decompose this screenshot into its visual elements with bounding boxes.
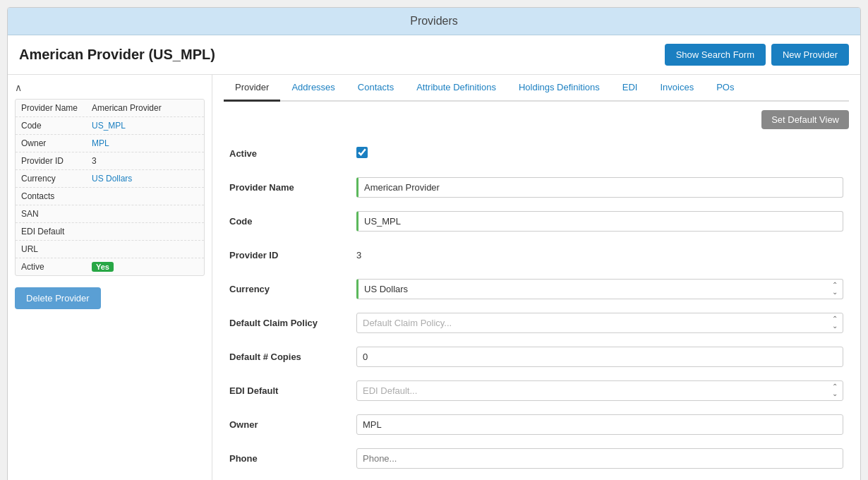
default-claim-policy-select[interactable]: Default Claim Policy... <box>356 313 843 333</box>
form-row-phone: Phone <box>229 445 843 471</box>
form-label-default-copies: Default # Copies <box>229 352 356 362</box>
info-label-provider-name: Provider Name <box>21 103 92 113</box>
form-control-code <box>356 211 843 232</box>
delete-provider-button[interactable]: Delete Provider <box>15 287 101 309</box>
form-control-phone <box>356 448 843 469</box>
info-row-provider-id: Provider ID 3 <box>16 152 204 170</box>
tabs-bar: Provider Addresses Contacts Attribute De… <box>224 75 849 102</box>
tab-edi[interactable]: EDI <box>611 75 649 102</box>
info-row-active: Active Yes <box>16 258 204 275</box>
provider-id-value: 3 <box>356 250 361 260</box>
form-control-owner <box>356 414 843 435</box>
form-control-default-claim-policy: Default Claim Policy... <box>356 313 843 333</box>
form-label-phone: Phone <box>229 453 356 464</box>
form-row-default-copies: Default # Copies <box>229 344 843 369</box>
form-row-default-claim-policy: Default Claim Policy Default Claim Polic… <box>229 310 843 335</box>
info-row-contacts: Contacts <box>16 188 204 205</box>
info-row-currency: Currency US Dollars <box>16 170 204 188</box>
form-label-code: Code <box>229 216 356 227</box>
info-label-currency: Currency <box>21 174 92 184</box>
info-label-provider-id: Provider ID <box>21 156 92 166</box>
owner-input[interactable] <box>356 414 843 435</box>
form-row-code: Code <box>229 208 843 234</box>
provider-name-input[interactable] <box>356 177 843 198</box>
header-buttons: Show Search Form New Provider <box>665 44 849 66</box>
form-label-default-claim-policy: Default Claim Policy <box>229 318 356 328</box>
info-label-url: URL <box>21 244 92 254</box>
form-row-provider-id: Provider ID 3 <box>229 242 843 268</box>
tab-content-header: Set Default View <box>224 110 849 129</box>
page-title: Providers <box>410 15 458 27</box>
info-row-edi-default: EDI Default <box>16 223 204 241</box>
content-header: American Provider (US_MPL) Show Search F… <box>8 35 860 75</box>
form-row-edi-default: EDI Default EDI Default... <box>229 378 843 403</box>
info-label-contacts: Contacts <box>21 191 92 201</box>
tab-pos[interactable]: POs <box>705 75 745 102</box>
phone-input[interactable] <box>356 448 843 469</box>
active-badge: Yes <box>92 262 114 272</box>
info-label-owner: Owner <box>21 138 92 148</box>
form-label-edi-default: EDI Default <box>229 385 356 396</box>
info-label-active: Active <box>21 262 92 272</box>
main-container: Providers American Provider (US_MPL) Sho… <box>7 7 861 480</box>
form-label-active: Active <box>229 148 356 159</box>
form-control-active <box>356 147 843 160</box>
code-input[interactable] <box>356 211 843 232</box>
active-checkbox[interactable] <box>356 147 368 158</box>
form-control-provider-id: 3 <box>356 250 843 260</box>
form-control-currency: US Dollars <box>356 279 843 299</box>
currency-select[interactable]: US Dollars <box>356 279 843 299</box>
right-panel: Provider Addresses Contacts Attribute De… <box>212 75 860 480</box>
info-row-owner: Owner MPL <box>16 135 204 152</box>
info-row-san: SAN <box>16 205 204 223</box>
set-default-view-button[interactable]: Set Default View <box>761 110 849 129</box>
provider-info-box: Provider Name American Provider Code US_… <box>15 99 205 276</box>
edi-default-select[interactable]: EDI Default... <box>356 380 843 401</box>
form-row-owner: Owner <box>229 412 843 437</box>
default-copies-input[interactable] <box>356 347 843 367</box>
show-search-button[interactable]: Show Search Form <box>665 44 766 66</box>
form-row-provider-name: Provider Name <box>229 174 843 200</box>
collapse-toggle[interactable]: ∧ <box>15 82 22 93</box>
form-label-provider-name: Provider Name <box>229 182 356 193</box>
page-header: Providers <box>8 8 860 35</box>
info-value-owner[interactable]: MPL <box>92 138 198 148</box>
tab-attribute-definitions[interactable]: Attribute Definitions <box>405 75 507 102</box>
info-value-provider-name: American Provider <box>92 103 198 113</box>
left-panel: ∧ Provider Name American Provider Code U… <box>8 75 212 480</box>
info-label-san: SAN <box>21 209 92 219</box>
new-provider-button[interactable]: New Provider <box>771 44 849 66</box>
info-value-currency[interactable]: US Dollars <box>92 174 198 184</box>
tab-provider[interactable]: Provider <box>224 75 280 102</box>
tab-contacts[interactable]: Contacts <box>346 75 405 102</box>
tab-holdings-definitions[interactable]: Holdings Definitions <box>507 75 611 102</box>
info-row-provider-name: Provider Name American Provider <box>16 100 204 117</box>
tab-addresses[interactable]: Addresses <box>280 75 346 102</box>
info-row-url: URL <box>16 241 204 258</box>
tab-invoices[interactable]: Invoices <box>649 75 705 102</box>
info-value-provider-id: 3 <box>92 156 198 166</box>
form-row-currency: Currency US Dollars <box>229 276 843 301</box>
form-control-provider-name <box>356 177 843 198</box>
form-label-owner: Owner <box>229 419 356 430</box>
form-control-default-copies <box>356 347 843 367</box>
form-label-currency: Currency <box>229 284 356 294</box>
info-row-code: Code US_MPL <box>16 117 204 135</box>
form-label-provider-id: Provider ID <box>229 250 356 260</box>
form-row-active: Active <box>229 140 843 166</box>
main-body: ∧ Provider Name American Provider Code U… <box>8 75 860 480</box>
info-label-edi-default: EDI Default <box>21 227 92 236</box>
info-label-code: Code <box>21 121 92 131</box>
form-control-edi-default: EDI Default... <box>356 380 843 401</box>
info-value-code[interactable]: US_MPL <box>92 121 198 131</box>
provider-title: American Provider (US_MPL) <box>19 47 215 63</box>
form-section: Active Provider Name Code <box>224 140 849 471</box>
